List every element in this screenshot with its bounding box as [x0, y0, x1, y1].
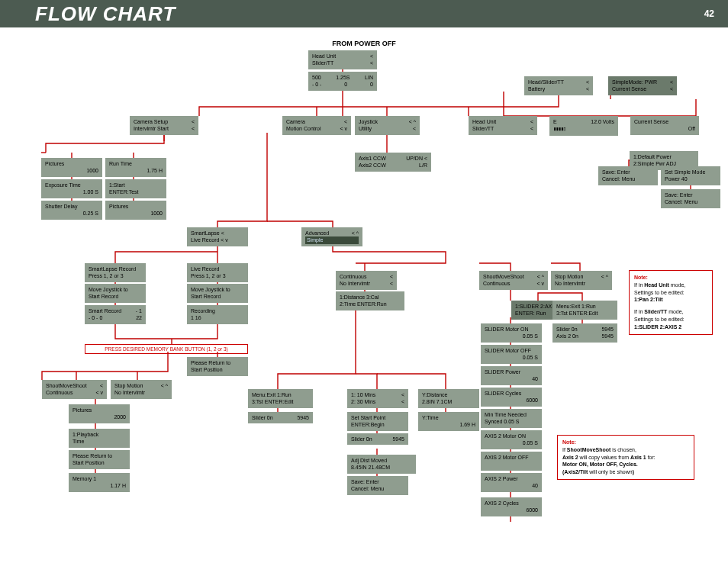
box-sms-m: Memory 11.17 H — [69, 473, 130, 492]
box-exp: Exposure Time1.00 S — [41, 179, 102, 198]
box-cs: Current Sense Off — [630, 116, 699, 135]
box-ssp: Set Start PointENTER:Begin — [347, 412, 408, 431]
box-slsm: Smart Record- 1 - 0 - 022 — [85, 305, 146, 324]
box-simplemode: SimpleMode: PWR< Current Sense< — [608, 76, 677, 95]
val: < — [370, 53, 373, 60]
box-lrrec: Live RecordPress 1, 2 or 3 — [187, 263, 248, 282]
note-head-unit: Note: If in Head Unit mode, Settings to … — [629, 270, 713, 335]
box-row2: 5001.25SLIN - 0 -00 — [308, 72, 377, 91]
box-head-unit: Head Unit< Slider/TT< — [308, 50, 377, 69]
box-camera: Camera< Motion Control< v — [282, 116, 351, 135]
box-hu2: Head Unit< Slider/TT< — [469, 116, 537, 135]
box-mins: 1: 10 Mins< 2: 30 Mins< — [347, 389, 408, 408]
box-adm: Adj Dist Moved8.45IN 21.48CM — [347, 455, 416, 474]
label: Head Unit — [312, 53, 336, 60]
box-stop2: Stop Motion< ^ No Intervlmtr — [551, 271, 612, 290]
note-sms: Note: If ShootMoveShoot is chosen, Axis … — [557, 435, 694, 480]
box-mt: Min Time NeededSynced 0.05 S — [481, 409, 542, 428]
box-advanced: Advanced< ^ Simple — [301, 227, 362, 246]
box-lrmv: Move Joystick toStart Record — [187, 284, 248, 303]
box-p2: Pictures1000 — [105, 201, 166, 220]
box-a2off: AXIS 2 Motor OFF — [481, 452, 542, 471]
box-yd: Y:Distance2.8IN 7.1CM — [418, 389, 479, 408]
box-istart: 1:StartENTER:Test — [105, 179, 166, 198]
box-yt: Y:Time1.69 H — [418, 412, 479, 431]
box-menu2: Menu:Exit 1:Run3:Tst ENTER:Edit — [552, 301, 617, 320]
box-sms: ShootMoveShoot< Continuous< v — [42, 380, 107, 399]
box-a2p: AXIS 2 Power40 — [481, 473, 542, 492]
diagram-stage: Head Unit< Slider/TT< 5001.25SLIN - 0 -0… — [0, 0, 728, 563]
box-dist: 1:Distance 3:Cal2:Time ENTER:Run — [336, 291, 404, 310]
box-axis: Axis1 CCWUP/DN < Axis2 CCWL/R — [355, 153, 431, 172]
box-a2on: AXIS 2 Motor ON0.05 S — [481, 430, 542, 449]
box-sms-r: Please Return toStart Position — [69, 450, 130, 469]
box-sec2: Save: EnterCancel: Menu — [661, 189, 720, 208]
box-sms2: ShootMoveShoot< ^ Continuous< v — [479, 271, 548, 290]
box-slrec: SmartLapse RecordPress 1, 2 or 3 — [85, 263, 146, 282]
box-save: Save: EnterCancel: Menu — [347, 476, 408, 495]
val: < — [370, 60, 373, 66]
box-sc: SLIDER Cycles6000 — [481, 388, 542, 407]
box-joystick: Joystick< ^ Utility< — [355, 116, 420, 135]
box-shd: Shutter Delay0.25 S — [41, 201, 102, 220]
box-sp: SLIDER Power40 — [481, 366, 542, 385]
box-sob: Slider 0n5945 — [248, 412, 313, 423]
box-runtime: Run Time1.75 H — [105, 158, 166, 177]
box-ssm: Set Simple ModePower 40 — [661, 166, 720, 185]
box-smartlapse: SmartLapse <Live Record < v — [187, 227, 248, 246]
box-cam-setup: Camera Setup< Intervlmtr Start< — [130, 116, 198, 135]
memory-bank-note: PRESS DESIRED MEMORY BANK BUTTON (1, 2 o… — [85, 344, 248, 354]
box-sms-pb: 1:PlaybackTime — [69, 429, 130, 448]
label: Slider/TT — [312, 60, 333, 66]
box-smo: SLIDER Motor ON0.05 S — [481, 323, 542, 343]
box-so3: Slider 0n5945 Axis 2 0n5945 — [552, 323, 617, 343]
box-ret: Please Return toStart Position — [187, 357, 248, 376]
box-stop: Stop Motion< ^ No Intervlmtr — [111, 380, 172, 399]
box-smf: SLIDER Motor OFF0.05 S — [481, 345, 542, 364]
box-rec: Recording1 16 — [187, 305, 248, 324]
box-a2c: AXIS 2 Cycles6000 — [481, 497, 542, 516]
box-sec: Save: EnterCancel: Menu — [598, 166, 658, 185]
battery-bars-icon: ▮▮▮▮▯ — [553, 126, 565, 133]
box-pics: Pictures1000 — [41, 158, 102, 177]
box-slmv: Move Joystick toStart Record — [85, 284, 146, 303]
box-so2: Slider 0n5945 — [347, 433, 408, 445]
box-cont: Continuous< No Intervlmtr< — [336, 271, 397, 290]
box-e: E12.0 Volts ▮▮▮▮▯ — [549, 116, 618, 136]
box-menu1: Menu:Exit 1:Run3:Tst ENTER:Edit — [248, 389, 313, 408]
box-sms-p: Pictures2000 — [69, 404, 130, 423]
box-hst: Head/Slider/TT< Battery< — [524, 76, 593, 95]
